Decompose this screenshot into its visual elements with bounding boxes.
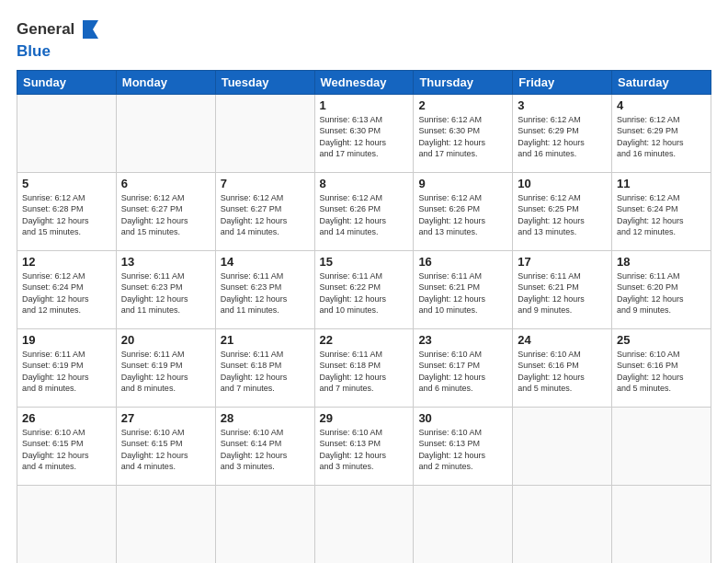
day-info: Sunrise: 6:12 AM Sunset: 6:27 PM Dayligh…: [221, 192, 310, 238]
calendar-cell-30: 30Sunrise: 6:10 AM Sunset: 6:13 PM Dayli…: [414, 407, 513, 485]
calendar-cell-17: 17Sunrise: 6:11 AM Sunset: 6:21 PM Dayli…: [513, 250, 612, 328]
day-info: Sunrise: 6:11 AM Sunset: 6:20 PM Dayligh…: [617, 270, 706, 316]
day-info: Sunrise: 6:12 AM Sunset: 6:24 PM Dayligh…: [617, 192, 706, 238]
day-info: Sunrise: 6:10 AM Sunset: 6:15 PM Dayligh…: [22, 427, 111, 473]
day-number: 11: [617, 177, 706, 190]
day-info: Sunrise: 6:13 AM Sunset: 6:30 PM Dayligh…: [320, 114, 409, 160]
day-info: Sunrise: 6:12 AM Sunset: 6:24 PM Dayligh…: [22, 270, 111, 316]
calendar-cell-10: 10Sunrise: 6:12 AM Sunset: 6:25 PM Dayli…: [513, 172, 612, 250]
calendar-cell-empty: [314, 485, 414, 563]
calendar-cell-6: 6Sunrise: 6:12 AM Sunset: 6:27 PM Daylig…: [116, 172, 215, 250]
calendar-cell-empty: [513, 485, 612, 563]
day-number: 8: [320, 177, 409, 190]
calendar-cell-21: 21Sunrise: 6:11 AM Sunset: 6:18 PM Dayli…: [215, 328, 314, 407]
calendar-cell-20: 20Sunrise: 6:11 AM Sunset: 6:19 PM Dayli…: [116, 328, 215, 407]
calendar-row-5: 26Sunrise: 6:10 AM Sunset: 6:15 PM Dayli…: [17, 407, 711, 485]
logo-flag-icon: [76, 17, 102, 42]
calendar-row-1: 1Sunrise: 6:13 AM Sunset: 6:30 PM Daylig…: [17, 94, 711, 172]
calendar-cell-empty: [612, 407, 711, 485]
weekday-header-friday: Friday: [513, 70, 612, 94]
day-info: Sunrise: 6:12 AM Sunset: 6:29 PM Dayligh…: [518, 114, 607, 160]
calendar-row-6: [17, 485, 711, 563]
calendar-cell-24: 24Sunrise: 6:10 AM Sunset: 6:16 PM Dayli…: [513, 328, 612, 407]
calendar-cell-19: 19Sunrise: 6:11 AM Sunset: 6:19 PM Dayli…: [17, 328, 117, 407]
calendar-cell-1: 1Sunrise: 6:13 AM Sunset: 6:30 PM Daylig…: [314, 94, 414, 172]
day-info: Sunrise: 6:12 AM Sunset: 6:30 PM Dayligh…: [418, 114, 507, 160]
calendar-cell-8: 8Sunrise: 6:12 AM Sunset: 6:26 PM Daylig…: [314, 172, 414, 250]
day-number: 21: [221, 333, 310, 347]
day-info: Sunrise: 6:10 AM Sunset: 6:16 PM Dayligh…: [518, 349, 607, 395]
calendar-cell-11: 11Sunrise: 6:12 AM Sunset: 6:24 PM Dayli…: [612, 172, 711, 250]
logo-general: General: [17, 20, 74, 38]
day-number: 22: [320, 333, 409, 347]
calendar-cell-empty: [116, 94, 215, 172]
day-info: Sunrise: 6:11 AM Sunset: 6:23 PM Dayligh…: [221, 270, 310, 316]
day-number: 29: [320, 411, 409, 425]
calendar-cell-15: 15Sunrise: 6:11 AM Sunset: 6:22 PM Dayli…: [314, 250, 414, 328]
calendar-cell-empty: [116, 485, 215, 563]
calendar-cell-empty: [414, 485, 513, 563]
calendar-cell-23: 23Sunrise: 6:10 AM Sunset: 6:17 PM Dayli…: [414, 328, 513, 407]
calendar-cell-empty: [215, 485, 314, 563]
logo-blue: Blue: [17, 42, 102, 61]
day-number: 28: [221, 411, 310, 425]
calendar-row-4: 19Sunrise: 6:11 AM Sunset: 6:19 PM Dayli…: [17, 328, 711, 407]
calendar-cell-27: 27Sunrise: 6:10 AM Sunset: 6:15 PM Dayli…: [116, 407, 215, 485]
weekday-header-wednesday: Wednesday: [314, 70, 414, 94]
calendar-cell-28: 28Sunrise: 6:10 AM Sunset: 6:14 PM Dayli…: [215, 407, 314, 485]
calendar-cell-22: 22Sunrise: 6:11 AM Sunset: 6:18 PM Dayli…: [314, 328, 414, 407]
svg-marker-0: [84, 20, 98, 39]
calendar-cell-5: 5Sunrise: 6:12 AM Sunset: 6:28 PM Daylig…: [17, 172, 117, 250]
calendar-cell-empty: [17, 485, 117, 563]
day-number: 27: [121, 411, 210, 425]
calendar-cell-12: 12Sunrise: 6:12 AM Sunset: 6:24 PM Dayli…: [17, 250, 117, 328]
day-number: 26: [22, 411, 111, 425]
calendar-cell-7: 7Sunrise: 6:12 AM Sunset: 6:27 PM Daylig…: [215, 172, 314, 250]
day-info: Sunrise: 6:10 AM Sunset: 6:14 PM Dayligh…: [221, 427, 310, 473]
header: General Blue: [17, 17, 711, 61]
calendar-cell-14: 14Sunrise: 6:11 AM Sunset: 6:23 PM Dayli…: [215, 250, 314, 328]
calendar-cell-empty: [17, 94, 117, 172]
day-number: 5: [22, 177, 111, 190]
day-info: Sunrise: 6:10 AM Sunset: 6:15 PM Dayligh…: [121, 427, 210, 473]
day-info: Sunrise: 6:11 AM Sunset: 6:21 PM Dayligh…: [418, 270, 507, 316]
day-info: Sunrise: 6:11 AM Sunset: 6:23 PM Dayligh…: [121, 270, 210, 316]
day-info: Sunrise: 6:10 AM Sunset: 6:17 PM Dayligh…: [418, 349, 507, 395]
weekday-header-thursday: Thursday: [414, 70, 513, 94]
calendar-table: SundayMondayTuesdayWednesdayThursdayFrid…: [17, 70, 711, 563]
day-number: 1: [320, 98, 409, 112]
day-number: 23: [418, 333, 507, 347]
calendar-cell-13: 13Sunrise: 6:11 AM Sunset: 6:23 PM Dayli…: [116, 250, 215, 328]
day-info: Sunrise: 6:11 AM Sunset: 6:18 PM Dayligh…: [320, 349, 409, 395]
day-number: 14: [221, 255, 310, 269]
logo: General Blue: [17, 17, 102, 61]
day-number: 25: [617, 333, 706, 347]
day-number: 24: [518, 333, 607, 347]
calendar-cell-4: 4Sunrise: 6:12 AM Sunset: 6:29 PM Daylig…: [612, 94, 711, 172]
day-number: 9: [418, 177, 507, 190]
day-number: 10: [518, 177, 607, 190]
calendar-cell-2: 2Sunrise: 6:12 AM Sunset: 6:30 PM Daylig…: [414, 94, 513, 172]
day-number: 16: [418, 255, 507, 269]
calendar-cell-16: 16Sunrise: 6:11 AM Sunset: 6:21 PM Dayli…: [414, 250, 513, 328]
day-info: Sunrise: 6:10 AM Sunset: 6:13 PM Dayligh…: [320, 427, 409, 473]
page: General Blue SundayMondayTuesdayWednesda…: [0, 0, 728, 563]
calendar-cell-empty: [612, 485, 711, 563]
day-number: 6: [121, 177, 210, 190]
day-number: 13: [121, 255, 210, 269]
day-info: Sunrise: 6:11 AM Sunset: 6:19 PM Dayligh…: [22, 349, 111, 395]
day-number: 3: [518, 98, 607, 112]
calendar-cell-empty: [513, 407, 612, 485]
day-number: 4: [617, 98, 706, 112]
day-number: 15: [320, 255, 409, 269]
day-info: Sunrise: 6:10 AM Sunset: 6:13 PM Dayligh…: [418, 427, 507, 473]
day-info: Sunrise: 6:12 AM Sunset: 6:26 PM Dayligh…: [320, 192, 409, 238]
weekday-header-tuesday: Tuesday: [215, 70, 314, 94]
day-info: Sunrise: 6:11 AM Sunset: 6:22 PM Dayligh…: [320, 270, 409, 316]
day-info: Sunrise: 6:11 AM Sunset: 6:18 PM Dayligh…: [221, 349, 310, 395]
calendar-cell-25: 25Sunrise: 6:10 AM Sunset: 6:16 PM Dayli…: [612, 328, 711, 407]
calendar-header-row: SundayMondayTuesdayWednesdayThursdayFrid…: [17, 70, 711, 94]
day-number: 19: [22, 333, 111, 347]
day-number: 7: [221, 177, 310, 190]
weekday-header-monday: Monday: [116, 70, 215, 94]
